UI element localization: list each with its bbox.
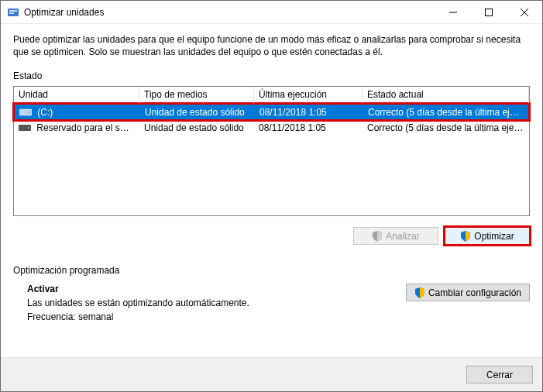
optimize-label: Optimizar — [474, 231, 514, 242]
action-buttons: Analizar Optimizar — [13, 227, 530, 245]
schedule-section: Optimización programada Activar Las unid… — [13, 265, 530, 325]
maximize-button[interactable] — [471, 1, 507, 24]
close-button[interactable] — [507, 1, 542, 24]
svg-point-8 — [29, 112, 30, 113]
col-last[interactable]: Última ejecución — [254, 87, 363, 103]
schedule-freq-text: Frecuencia: semanal — [27, 311, 406, 322]
cell-media: Unidad de estado sólido — [139, 122, 254, 133]
schedule-heading: Optimización programada — [13, 265, 530, 276]
cell-unit: (C:) — [37, 107, 53, 118]
app-icon — [7, 6, 19, 19]
optimize-button[interactable]: Optimizar — [445, 227, 530, 245]
analyze-button[interactable]: Analizar — [353, 227, 438, 245]
footer: Cerrar — [1, 357, 542, 391]
schedule-auto-text: Las unidades se están optimizando automá… — [27, 297, 406, 308]
close-label: Cerrar — [486, 370, 513, 380]
drive-icon — [19, 108, 32, 117]
schedule-on-label: Activar — [27, 284, 406, 294]
change-settings-button[interactable]: Cambiar configuración — [406, 284, 530, 301]
cell-state: Correcto (5 días desde la última ejecuci… — [363, 106, 528, 118]
col-media[interactable]: Tipo de medios — [139, 87, 254, 103]
svg-point-10 — [28, 127, 29, 129]
window-title: Optimizar unidades — [24, 7, 435, 18]
table-header: Unidad Tipo de medios Última ejecución E… — [14, 87, 529, 104]
cell-last: 08/11/2018 1:05 — [255, 106, 363, 118]
titlebar: Optimizar unidades — [1, 1, 542, 24]
cell-state: Correcto (5 días desde la última ejecuci… — [363, 122, 529, 133]
table-row[interactable]: Reservado para el s… Unidad de estado só… — [14, 120, 529, 135]
change-settings-label: Cambiar configuración — [428, 287, 521, 298]
status-label: Estado — [13, 70, 530, 81]
drive-icon — [19, 123, 31, 132]
col-state[interactable]: Estado actual — [363, 87, 529, 103]
minimize-button[interactable] — [435, 1, 471, 24]
close-dialog-button[interactable]: Cerrar — [466, 366, 533, 383]
cell-media: Unidad de estado sólido — [140, 106, 255, 118]
svg-rect-2 — [9, 12, 14, 14]
shield-icon — [414, 287, 425, 298]
table-row[interactable]: (C:) Unidad de estado sólido 08/11/2018 … — [15, 105, 528, 119]
content-area: Puede optimizar las unidades para que el… — [1, 24, 542, 357]
shield-icon — [372, 231, 383, 242]
shield-icon — [460, 231, 471, 242]
cell-last: 08/11/2018 1:05 — [254, 122, 363, 133]
col-unit[interactable]: Unidad — [14, 87, 139, 103]
optimize-drives-window: Optimizar unidades Puede optimizar las u… — [0, 0, 543, 392]
drives-table: Unidad Tipo de medios Última ejecución E… — [13, 86, 530, 216]
cell-unit: Reservado para el s… — [36, 122, 129, 133]
svg-rect-4 — [486, 9, 493, 15]
svg-rect-1 — [9, 10, 17, 12]
description-text: Puede optimizar las unidades para que el… — [13, 33, 530, 58]
analyze-label: Analizar — [386, 231, 419, 242]
